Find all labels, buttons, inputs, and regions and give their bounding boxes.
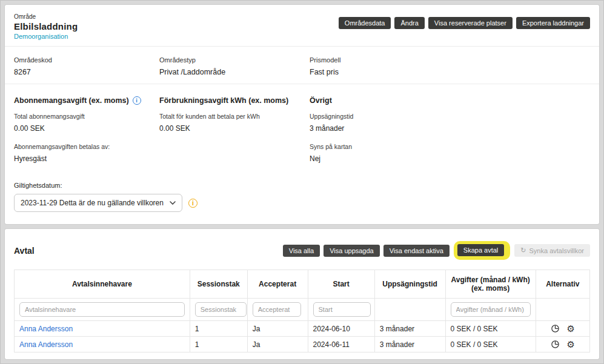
usage-pie-chart-icon[interactable] — [551, 324, 560, 333]
area-card: Område Elbilsladdning Demoorganisation O… — [5, 5, 599, 224]
payer-value: Hyresgäst — [14, 154, 159, 163]
settings-gear-icon[interactable]: ⚙ — [567, 324, 575, 333]
field-price-model: Prismodell Fast pris — [310, 56, 590, 76]
field-area-code: Områdeskod 8267 — [14, 56, 159, 76]
validity-select-row: 2023-11-29 Detta är de nu gällande villk… — [14, 194, 590, 212]
divider — [5, 84, 599, 84]
highlight-annotation: Skapa avtal — [454, 241, 510, 260]
table-header-row: Avtalsinnehavare Sessionstak Accepterat … — [15, 270, 590, 299]
contracts-table: Avtalsinnehavare Sessionstak Accepterat … — [14, 270, 590, 352]
show-all-button[interactable]: Visa alla — [283, 245, 320, 257]
map-visibility-value: Nej — [310, 154, 590, 163]
options-cell: ⚙ — [536, 321, 589, 337]
warning-info-icon[interactable]: i — [188, 199, 197, 208]
filter-fees-input[interactable] — [451, 302, 531, 317]
payer-label: Abonnemangsavgiften betalas av: — [14, 143, 159, 150]
export-charges-button[interactable]: Exportera laddningar — [516, 17, 590, 29]
page-title: Elbilsladdning — [14, 21, 78, 31]
filter-accepted-input[interactable] — [253, 302, 301, 317]
field-label: Områdestyp — [159, 56, 310, 64]
validity-date-select[interactable]: 2023-11-29 Detta är de nu gällande villk… — [14, 194, 182, 212]
other-heading: Övrigt — [310, 96, 590, 105]
filter-session-cap-input[interactable] — [195, 302, 247, 317]
area-titles: Område Elbilsladdning Demoorganisation — [14, 11, 78, 40]
validity-section: Giltighetsdatum: 2023-11-29 Detta är de … — [14, 182, 590, 212]
info-icon[interactable]: i — [133, 96, 141, 105]
column-header-fees: Avgifter (månad / kWh) (ex. moms) — [445, 270, 536, 299]
sync-contract-terms-button: ↻ Synka avtalsvillkor — [514, 244, 590, 257]
empty-filter-cell — [374, 299, 445, 321]
start-cell: 2024-06-11 — [308, 337, 374, 352]
empty-filter-cell — [536, 299, 589, 321]
field-value: Privat /Laddområde — [159, 68, 310, 76]
table-row: Anna Andersson 1 Ja 2024-06-10 3 månader… — [15, 321, 590, 337]
filter-holder-input[interactable] — [19, 302, 185, 317]
chevron-down-icon — [170, 201, 176, 205]
field-label: Områdeskod — [14, 56, 159, 64]
pricing-section: Abonnemangsavgift (ex. moms) i Total abo… — [14, 96, 590, 173]
organization-link[interactable]: Demoorganisation — [14, 33, 78, 40]
contract-holder-link[interactable]: Anna Andersson — [19, 340, 73, 349]
show-active-only-button[interactable]: Visa endast aktiva — [383, 245, 450, 257]
total-subscription-label: Total abonnemangsavgift — [14, 113, 159, 120]
heading-text: Övrigt — [310, 96, 332, 105]
notice-cell: 3 månader — [374, 321, 445, 337]
heading-text: Förbrukningsavgift kWh (ex. moms) — [159, 96, 288, 105]
contracts-title: Avtal — [14, 246, 35, 256]
consumption-total-value: 0.00 SEK — [159, 124, 310, 133]
table-row: Anna Andersson 1 Ja 2024-06-11 3 månader… — [15, 337, 590, 352]
notice-period-label: Uppsägningstid — [310, 113, 590, 120]
subscription-fee-column: Abonnemangsavgift (ex. moms) i Total abo… — [14, 96, 159, 173]
notice-period-value: 3 månader — [310, 124, 590, 133]
validity-selected-option: 2023-11-29 Detta är de nu gällande villk… — [21, 199, 164, 207]
start-cell: 2024-06-10 — [308, 321, 374, 337]
field-label: Prismodell — [310, 56, 590, 64]
divider — [5, 46, 599, 47]
map-visibility-label: Syns på kartan — [310, 143, 590, 150]
options-cell: ⚙ — [536, 337, 589, 352]
heading-text: Abonnemangsavgift (ex. moms) — [14, 96, 129, 105]
session-cap-cell: 1 — [190, 321, 247, 337]
area-data-button[interactable]: Områdesdata — [339, 17, 391, 29]
consumption-fee-column: Förbrukningsavgift kWh (ex. moms) Totalt… — [159, 96, 310, 173]
contracts-action-buttons: Visa alla Visa uppsagda Visa endast akti… — [283, 241, 590, 260]
fees-cell: 0 SEK / 0 SEK — [445, 321, 536, 337]
edit-button[interactable]: Ändra — [394, 17, 424, 29]
usage-pie-chart-icon[interactable] — [551, 340, 560, 349]
consumption-total-label: Totalt för kunden att betala per kWh — [159, 113, 310, 120]
accepted-cell: Ja — [247, 321, 308, 337]
sync-button-label: Synka avtalsvillkor — [529, 247, 584, 254]
validity-label: Giltighetsdatum: — [14, 182, 590, 189]
area-action-buttons: Områdesdata Ändra Visa reserverade plats… — [339, 17, 590, 29]
column-header-notice: Uppsägningstid — [374, 270, 445, 299]
table-filter-row — [15, 299, 590, 321]
filter-start-input[interactable] — [313, 302, 371, 317]
subscription-fee-heading: Abonnemangsavgift (ex. moms) i — [14, 96, 159, 105]
field-area-type: Områdestyp Privat /Laddområde — [159, 56, 310, 76]
contracts-header: Avtal Visa alla Visa uppsagda Visa endas… — [14, 241, 590, 260]
column-header-options: Alternativ — [536, 270, 589, 299]
column-header-holder: Avtalsinnehavare — [15, 270, 190, 299]
show-terminated-button[interactable]: Visa uppsagda — [324, 245, 380, 257]
total-subscription-value: 0.00 SEK — [14, 124, 159, 133]
notice-cell: 3 månader — [374, 337, 445, 352]
column-header-start: Start — [308, 270, 374, 299]
column-header-accepted: Accepterat — [247, 270, 308, 299]
accepted-cell: Ja — [247, 337, 308, 352]
session-cap-cell: 1 — [190, 337, 247, 352]
settings-gear-icon[interactable]: ⚙ — [567, 340, 575, 349]
contract-holder-link[interactable]: Anna Andersson — [19, 325, 73, 333]
sync-icon: ↻ — [520, 247, 526, 254]
consumption-fee-heading: Förbrukningsavgift kWh (ex. moms) — [159, 96, 310, 105]
field-value: 8267 — [14, 68, 159, 76]
create-contract-button[interactable]: Skapa avtal — [457, 244, 504, 256]
other-column: Övrigt Uppsägningstid 3 månader Syns på … — [310, 96, 590, 173]
show-reserved-spots-button[interactable]: Visa reserverade platser — [428, 17, 513, 29]
area-header: Område Elbilsladdning Demoorganisation O… — [14, 11, 590, 40]
field-value: Fast pris — [310, 68, 590, 76]
area-info-row: Områdeskod 8267 Områdestyp Privat /Laddo… — [14, 56, 590, 76]
fees-cell: 0 SEK / 0 SEK — [445, 337, 536, 352]
column-header-session-cap: Sessionstak — [190, 270, 247, 299]
contracts-card: Avtal Visa alla Visa uppsagda Visa endas… — [5, 229, 599, 359]
area-kicker: Område — [14, 11, 78, 20]
